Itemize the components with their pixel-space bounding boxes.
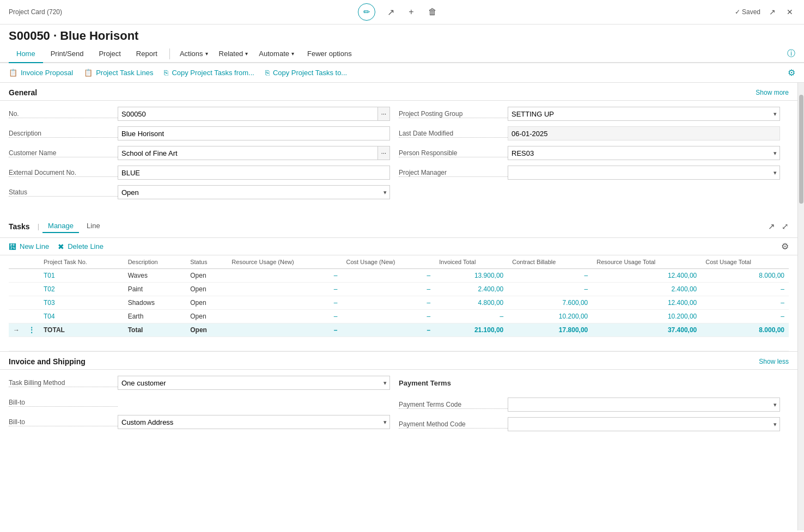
customer-lookup-btn[interactable]: ···	[378, 146, 390, 160]
col-status: Status	[186, 255, 227, 269]
dropdown-related[interactable]: Related ▾	[214, 45, 254, 62]
tasks-table: Project Task No. Description Status Reso…	[9, 255, 789, 351]
customer-name-input[interactable]	[118, 146, 378, 160]
task-description: Paint	[124, 283, 186, 296]
billing-method-select[interactable]: One customer	[118, 376, 390, 390]
status-label: Status	[9, 188, 118, 197]
table-row[interactable]: T01 Waves Open – – 13.900,00 – 12.400,00…	[9, 269, 789, 283]
dropdown-automate[interactable]: Automate ▾	[253, 45, 300, 62]
status-select[interactable]: Open Closed	[118, 185, 390, 199]
total-row[interactable]: → ⋮ TOTAL Total Open – – 21.100,00 17.80…	[9, 323, 789, 337]
saved-status: ✓ Saved	[735, 8, 760, 16]
expand-icon[interactable]: ↗	[767, 5, 778, 19]
resource-usage-total: 10.200,00	[592, 310, 701, 323]
total-dots[interactable]: ⋮	[24, 323, 39, 337]
doc-icon: 📋	[9, 69, 17, 77]
posting-group-select[interactable]: SETTING UP	[508, 107, 780, 121]
info-icon[interactable]: ⓘ	[787, 48, 795, 59]
ext-doc-input[interactable]	[118, 166, 390, 180]
payment-method-code-value	[508, 417, 780, 431]
invoice-proposal-btn[interactable]: 📋 Invoice Proposal	[9, 66, 73, 79]
no-input-group: ···	[118, 107, 390, 121]
col-resource-usage-total: Resource Usage Total	[592, 255, 701, 269]
col-cost-usage-total: Cost Usage Total	[701, 255, 789, 269]
payment-terms-code-select[interactable]	[508, 398, 780, 412]
delete-line-icon: ✖	[58, 242, 64, 251]
description-value	[118, 126, 390, 140]
ext-doc-label: External Document No.	[9, 169, 118, 177]
project-task-lines-btn[interactable]: 📋 Project Task Lines	[84, 66, 153, 79]
delete-line-btn[interactable]: ✖ Delete Line	[58, 242, 103, 251]
payment-terms-code-row: Payment Terms Code	[399, 397, 780, 412]
settings-icon[interactable]: ⚙	[788, 68, 795, 78]
table-row[interactable]: T02 Paint Open – – 2.400,00 – 2.400,00 –	[9, 283, 789, 296]
invoice-section: Invoice and Shipping Show less Task Bill…	[0, 351, 797, 442]
tab-separator: |	[38, 222, 39, 230]
task-status: Open	[186, 269, 227, 283]
expand-icon[interactable]: ⤢	[782, 222, 789, 231]
payment-method-code-select[interactable]	[508, 417, 780, 431]
share-icon[interactable]: ↗	[768, 222, 775, 231]
dropdown-actions[interactable]: Actions ▾	[174, 45, 214, 62]
row-dots	[24, 310, 39, 323]
delete-icon[interactable]: 🗑	[426, 5, 439, 19]
tasks-tab-line[interactable]: Line	[81, 219, 106, 233]
top-bar: Project Card (720) ✏ ↗ + 🗑 ✓ Saved ↗ ✕	[0, 0, 804, 25]
tasks-tab-manage[interactable]: Manage	[42, 219, 79, 233]
tasks-settings-icon[interactable]: ⚙	[781, 241, 789, 252]
edit-icon[interactable]: ✏	[358, 3, 375, 21]
payment-terms-header-row: Payment Terms	[399, 375, 780, 390]
add-icon[interactable]: +	[406, 5, 416, 19]
tab-report[interactable]: Report	[129, 45, 165, 63]
resource-usage-total: 2.400,00	[592, 283, 701, 296]
description-input[interactable]	[118, 126, 390, 140]
top-bar-left: Project Card (720)	[9, 8, 62, 16]
invoice-section-header: Invoice and Shipping Show less	[0, 351, 797, 370]
task-no[interactable]: T03	[39, 296, 124, 310]
billing-method-row: Task Billing Method One customer	[9, 375, 390, 390]
row-dots	[24, 269, 39, 283]
contract-billable: 10.200,00	[508, 310, 592, 323]
posting-group-row: Project Posting Group SETTING UP	[399, 106, 780, 121]
show-more-link[interactable]: Show more	[756, 89, 789, 96]
scrollbar[interactable]	[797, 83, 804, 530]
no-lookup-btn[interactable]: ···	[378, 107, 390, 121]
total-resource-usage-total: 37.400,00	[592, 323, 701, 337]
chevron-down-icon: ▾	[291, 51, 294, 57]
show-less-link[interactable]: Show less	[759, 358, 789, 365]
copy-icon: ⎘	[265, 69, 270, 77]
tab-home[interactable]: Home	[9, 45, 43, 63]
task-no[interactable]: T04	[39, 310, 124, 323]
bill-to-label: Bill-to	[9, 418, 118, 426]
share-icon[interactable]: ↗	[385, 5, 397, 20]
person-responsible-select[interactable]: RES03	[508, 146, 780, 160]
task-no[interactable]: T01	[39, 269, 124, 283]
no-input[interactable]	[118, 107, 378, 121]
total-cost-usage-total: 8.000,00	[701, 323, 789, 337]
fewer-options-link[interactable]: Fewer options	[300, 45, 360, 63]
copy-tasks-from-btn[interactable]: ⎘ Copy Project Tasks from...	[164, 66, 254, 79]
task-description: Waves	[124, 269, 186, 283]
tab-project[interactable]: Project	[91, 45, 128, 63]
minimize-icon[interactable]: ✕	[784, 5, 795, 19]
resource-usage-new: –	[227, 269, 342, 283]
table-row[interactable]: T04 Earth Open – – – 10.200,00 10.200,00…	[9, 310, 789, 323]
page-card-title: Project Card (720)	[9, 8, 62, 16]
copy-tasks-to-btn[interactable]: ⎘ Copy Project Tasks to...	[265, 66, 347, 79]
ext-doc-value	[118, 166, 390, 180]
person-responsible-label: Person Responsible	[399, 149, 508, 157]
project-manager-value	[508, 166, 780, 180]
tasks-header-icons: ↗ ⤢	[768, 222, 789, 231]
table-row[interactable]: T03 Shadows Open – – 4.800,00 7.600,00 1…	[9, 296, 789, 310]
last-date-value	[508, 126, 780, 140]
project-manager-select[interactable]	[508, 166, 780, 180]
scrollbar-thumb[interactable]	[799, 95, 803, 204]
bill-to-value: Custom Address	[118, 415, 390, 429]
last-date-input	[508, 126, 780, 140]
task-no[interactable]: T02	[39, 283, 124, 296]
contract-billable: 7.600,00	[508, 296, 592, 310]
tab-print-send[interactable]: Print/Send	[43, 45, 92, 63]
cost-usage-total: –	[701, 296, 789, 310]
bill-to-select[interactable]: Custom Address	[118, 415, 390, 429]
new-line-btn[interactable]: ⭴ New Line	[9, 242, 49, 251]
